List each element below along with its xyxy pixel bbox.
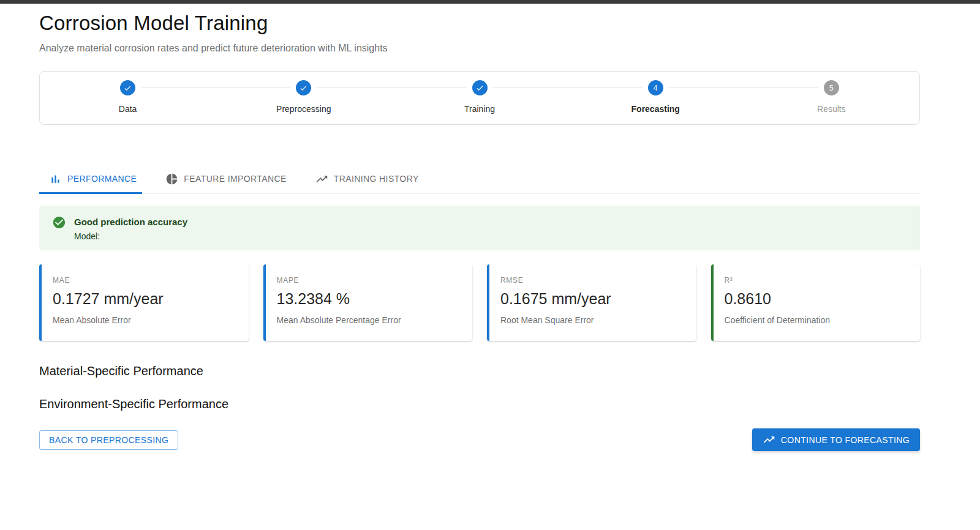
tab-performance[interactable]: PERFORMANCE <box>39 164 146 193</box>
step-label: Forecasting <box>631 104 680 114</box>
tab-bar: PERFORMANCE FEATURE IMPORTANCE TRAINING … <box>39 164 920 194</box>
step-training: Training <box>391 80 567 114</box>
tab-training-history[interactable]: TRAINING HISTORY <box>306 164 429 193</box>
alert-model-line: Model: <box>74 231 187 241</box>
metric-card-r2: R² 0.8610 Coefficient of Determination <box>711 264 921 341</box>
main-content: Corrosion Model Training Analyze materia… <box>39 12 920 451</box>
step-label: Preprocessing <box>276 104 331 114</box>
metric-caption: Mean Absolute Error <box>53 315 239 325</box>
footer-actions: BACK TO PREPROCESSING CONTINUE TO FORECA… <box>39 428 920 451</box>
step-preprocessing: Preprocessing <box>216 80 391 114</box>
step-label: Data <box>119 104 137 114</box>
metric-caption: Root Mean Square Error <box>500 315 687 325</box>
trending-up-icon <box>763 433 775 446</box>
material-performance-heading: Material-Specific Performance <box>39 364 920 378</box>
pie-chart-icon <box>165 173 178 185</box>
stepper: Data Preprocessing Training 4 Forecastin… <box>39 71 920 125</box>
page-subtitle: Analyze material corrosion rates and pre… <box>39 43 920 54</box>
metric-label: MAE <box>53 276 239 285</box>
metric-label: R² <box>725 276 911 285</box>
step-preprocessing-check-icon <box>296 80 311 95</box>
metric-value: 0.1727 mm/year <box>53 290 239 308</box>
step-label: Results <box>817 104 846 114</box>
metric-card-mae: MAE 0.1727 mm/year Mean Absolute Error <box>39 264 249 341</box>
check-circle-icon <box>52 215 66 230</box>
window-top-edge <box>0 0 980 4</box>
bar-chart-icon <box>49 173 62 185</box>
step-training-check-icon <box>472 80 488 95</box>
metric-caption: Mean Absolute Percentage Error <box>277 315 463 325</box>
metric-card-rmse: RMSE 0.1675 mm/year Root Mean Square Err… <box>487 264 696 341</box>
step-connector <box>493 88 642 88</box>
back-to-preprocessing-button[interactable]: BACK TO PREPROCESSING <box>39 430 178 450</box>
step-connector <box>669 88 818 88</box>
metric-value: 13.2384 % <box>277 290 463 308</box>
step-results: 5 Results <box>744 80 919 114</box>
tab-label: TRAINING HISTORY <box>334 174 419 184</box>
trending-up-icon <box>315 173 328 185</box>
metric-card-mape: MAPE 13.2384 % Mean Absolute Percentage … <box>263 264 473 341</box>
metric-cards: MAE 0.1727 mm/year Mean Absolute Error M… <box>39 264 920 341</box>
step-forecasting-number: 4 <box>648 80 663 95</box>
step-results-number: 5 <box>824 80 839 95</box>
tab-label: PERFORMANCE <box>67 174 137 184</box>
step-forecasting: 4 Forecasting <box>568 80 744 114</box>
tab-feature-importance[interactable]: FEATURE IMPORTANCE <box>156 164 296 193</box>
continue-button-label: CONTINUE TO FORECASTING <box>781 435 910 445</box>
metric-value: 0.8610 <box>725 290 911 308</box>
step-connector <box>141 88 290 88</box>
metric-value: 0.1675 mm/year <box>500 290 687 308</box>
environment-performance-heading: Environment-Specific Performance <box>39 397 920 411</box>
accuracy-alert: Good prediction accuracy Model: <box>39 206 920 250</box>
metric-label: MAPE <box>277 276 463 285</box>
step-label: Training <box>464 104 495 114</box>
page-title: Corrosion Model Training <box>39 12 920 35</box>
step-connector <box>317 88 466 88</box>
alert-title: Good prediction accuracy <box>74 215 187 227</box>
metric-label: RMSE <box>500 276 687 285</box>
step-data-check-icon <box>120 80 135 95</box>
metric-caption: Coefficient of Determination <box>725 315 911 325</box>
continue-to-forecasting-button[interactable]: CONTINUE TO FORECASTING <box>752 428 920 451</box>
alert-content: Good prediction accuracy Model: <box>74 215 187 241</box>
step-data: Data <box>40 80 216 114</box>
active-tab-indicator <box>39 192 142 194</box>
tab-label: FEATURE IMPORTANCE <box>184 174 286 184</box>
